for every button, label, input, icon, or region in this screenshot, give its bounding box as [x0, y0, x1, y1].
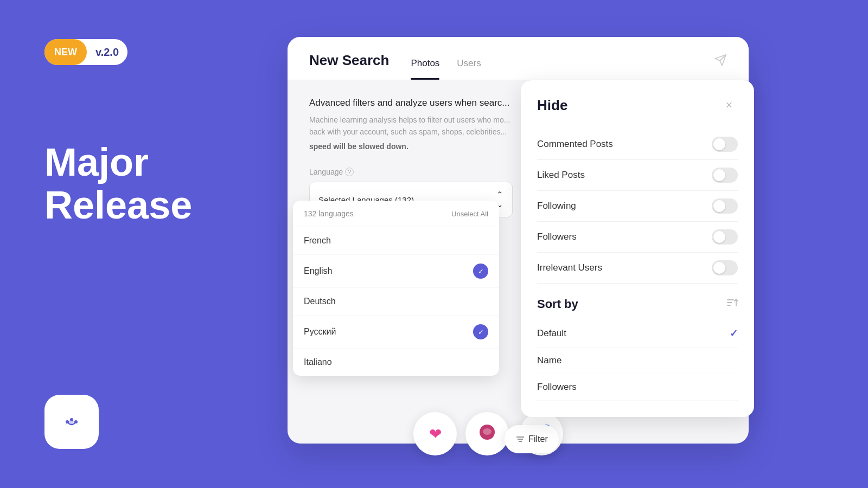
sort-default-check: ✓ [730, 328, 738, 339]
app-logo [44, 395, 99, 449]
lang-item-french[interactable]: French [293, 227, 499, 255]
toggle-liked-posts-switch[interactable] [712, 168, 738, 183]
version-badge: NEW v.2.0 [44, 39, 127, 65]
check-english: ✓ [473, 264, 488, 279]
sort-followers[interactable]: Followers [537, 374, 738, 401]
language-dropdown: 132 languages Unselect All French Englis… [293, 201, 499, 376]
filter-panel: Hide × Commented Posts Liked Posts Follo… [521, 80, 754, 417]
check-russian: ✓ [473, 324, 488, 339]
sort-icon [726, 297, 738, 311]
toggle-commented-posts: Commented Posts [537, 129, 738, 160]
language-label: Language ? [309, 168, 513, 176]
toggle-followers-switch[interactable] [712, 229, 738, 245]
filter-icon [515, 434, 525, 444]
tab-photos[interactable]: Photos [411, 58, 439, 80]
toggle-irrelevant-switch[interactable] [712, 260, 738, 275]
new-label: NEW [44, 39, 87, 65]
card-header: New Search Photos Users [288, 37, 749, 80]
tab-users[interactable]: Users [457, 58, 481, 80]
lang-item-italiano[interactable]: Italiano [293, 349, 499, 376]
sort-title: Sort by [537, 297, 578, 311]
toggle-following: Following [537, 191, 738, 222]
card-title: New Search [309, 52, 389, 80]
hero-title: Major Release [44, 141, 192, 227]
sort-header: Sort by [537, 297, 738, 311]
svg-point-2 [70, 418, 73, 421]
filter-fab-label: Filter [528, 434, 548, 444]
toggle-irrelevant: Irrelevant Users [537, 253, 738, 284]
comment-fab[interactable] [465, 412, 509, 455]
close-button[interactable]: × [720, 97, 738, 114]
sort-name[interactable]: Name [537, 348, 738, 374]
panel-title: Hide [537, 97, 567, 114]
lang-item-russian[interactable]: Русский ✓ [293, 316, 499, 349]
share-icon[interactable] [714, 54, 727, 70]
lang-header: 132 languages Unselect All [293, 201, 499, 227]
toggle-followers: Followers [537, 222, 738, 253]
version-label: v.2.0 [87, 46, 127, 59]
unselect-all-button[interactable]: Unselect All [451, 210, 488, 218]
heart-fab[interactable]: ❤ [413, 412, 457, 455]
panel-header: Hide × [537, 97, 738, 114]
toggle-liked-posts: Liked Posts [537, 160, 738, 191]
svg-point-11 [483, 428, 492, 435]
lang-item-deutsch[interactable]: Deutsch [293, 288, 499, 316]
heart-icon: ❤ [429, 425, 442, 443]
lang-item-english[interactable]: English ✓ [293, 255, 499, 288]
toggle-commented-posts-switch[interactable] [712, 137, 738, 152]
help-icon: ? [345, 168, 354, 176]
lang-count: 132 languages [304, 209, 354, 218]
toggle-following-switch[interactable] [712, 198, 738, 214]
sort-default[interactable]: Default ✓ [537, 320, 738, 348]
comment-icon [477, 422, 497, 446]
filter-fab[interactable]: Filter [505, 425, 559, 453]
